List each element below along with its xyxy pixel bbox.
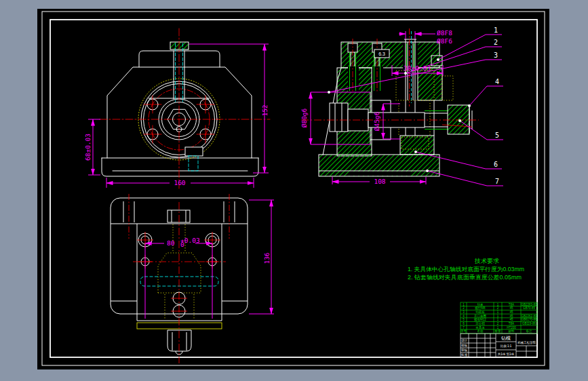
svg-text:GB70-85: GB70-85	[523, 306, 536, 310]
svg-text:GB2263-80: GB2263-80	[521, 303, 537, 306]
surface-finish-label: 6.3	[378, 52, 385, 56]
bom-row-5: 5螺母M12 145 GB6170-86	[463, 317, 537, 321]
dim-68: 68±0.03	[84, 134, 92, 161]
tech-requirements: 技术要求 1. 夹具体中心孔轴线对底面平行度为0.03mm 2. 钻套轴线对夹具…	[408, 258, 524, 281]
cad-screenshot: 152 68±0.03 160	[0, 0, 588, 381]
svg-text:GB6170-86: GB6170-86	[521, 318, 537, 321]
svg-text:45: 45	[509, 310, 513, 314]
dim-height-152: 152	[261, 104, 269, 116]
dim-boss-dia: Ø80g6	[300, 108, 308, 127]
svg-text:5: 5	[463, 318, 465, 321]
svg-text:1: 1	[463, 303, 465, 306]
tb-drawing-title: 钻模	[501, 336, 511, 341]
dim-hole-spacing-80: 80	[167, 239, 175, 247]
balloon-4: 4	[495, 78, 499, 85]
dim-height-136: 136	[263, 252, 271, 264]
svg-text:45: 45	[509, 315, 513, 318]
bom-row-1: 1钻套 1T8A GB2263-80	[463, 302, 537, 306]
svg-text:7: 7	[463, 326, 465, 329]
svg-text:名称: 名称	[477, 329, 484, 333]
svg-text:数量: 数量	[495, 329, 502, 333]
svg-text:4: 4	[463, 315, 465, 318]
bottom-view-dims	[145, 200, 274, 319]
balloon-7: 7	[495, 178, 499, 185]
svg-text:T8A: T8A	[509, 322, 514, 325]
front-view-dims	[88, 44, 269, 188]
svg-text:45: 45	[509, 306, 513, 310]
dim-bore-dia: Ø45g6	[373, 111, 380, 131]
svg-text:1: 1	[497, 318, 499, 321]
dim-plate-offset: 38±0.03	[404, 64, 431, 72]
bom-row-3: 3钻模板 145	[463, 310, 513, 314]
dim-bushing-fit-top: Ø8F8	[437, 29, 452, 37]
bom-row-2: 2螺钉M8 245 GB70-85	[463, 306, 535, 310]
balloon-5: 5	[495, 132, 499, 139]
balloon-1: 1	[494, 26, 498, 34]
svg-text:材料: 材料	[508, 329, 515, 334]
svg-text:开口垫圈: 开口垫圈	[474, 314, 486, 318]
svg-text:1: 1	[497, 326, 499, 329]
front-view	[100, 28, 270, 188]
svg-text:GB2262-80: GB2262-80	[521, 315, 537, 318]
bom-row-7: 7夹具体 1HT200	[463, 326, 516, 329]
svg-text:2: 2	[463, 306, 465, 310]
svg-text:1: 1	[497, 303, 499, 306]
tech-req-title: 技术要求	[474, 258, 499, 264]
svg-text:钻模板: 钻模板	[475, 310, 485, 314]
svg-text:GB119-86: GB119-86	[522, 322, 536, 325]
tb-designer-label: 设计	[461, 338, 468, 342]
svg-text:2: 2	[497, 322, 499, 325]
parts-list: 1钻套 1T8A GB2263-80 2螺钉M8 245 GB70-85 3钻模…	[460, 302, 537, 334]
svg-text:备注: 备注	[526, 329, 533, 333]
bom-header: 序号名称 数量材料 备注	[460, 329, 532, 334]
svg-text:3: 3	[463, 310, 465, 314]
svg-text:定位销: 定位销	[475, 321, 485, 325]
tech-req-line1: 1. 夹具体中心孔轴线对底面平行度为0.03mm	[408, 266, 524, 273]
svg-text:T8A: T8A	[509, 303, 514, 306]
svg-text:螺钉M8: 螺钉M8	[475, 306, 486, 310]
dim-80-tol-lower: 0	[180, 241, 184, 248]
svg-text:HT200: HT200	[507, 326, 516, 329]
svg-text:螺母M12: 螺母M12	[474, 317, 486, 321]
section-view: 6.3	[301, 28, 479, 176]
svg-text:2: 2	[497, 306, 499, 310]
bom-row-4: 4开口垫圈 145 GB2262-80	[463, 314, 537, 318]
svg-text:序号: 序号	[460, 329, 467, 333]
svg-text:1: 1	[497, 310, 499, 314]
tb-organization: 机械工程学院	[517, 340, 536, 344]
tb-approver-label: 批准	[460, 353, 468, 357]
svg-text:45: 45	[509, 318, 513, 321]
bottom-view	[111, 194, 248, 363]
balloon-2: 2	[494, 39, 498, 46]
dim-base-width: 108	[374, 178, 385, 185]
sheet-frame	[42, 12, 545, 365]
svg-text:夹具体: 夹具体	[475, 326, 485, 329]
balloon-6: 6	[494, 161, 498, 168]
dim-bushing-fit-bottom: Ø8F6	[437, 37, 452, 45]
bom-row-6: 6定位销 2T8A GB119-86	[463, 321, 536, 325]
svg-text:钻套: 钻套	[477, 302, 484, 306]
balloon-3: 3	[494, 52, 498, 59]
plug-hatched	[170, 42, 189, 49]
svg-text:6: 6	[463, 322, 465, 325]
title-block: 设计 校核 审核 批准 钻模 比例 1:1 共1张 第1张 机械工程学院	[460, 334, 537, 357]
tb-checker-label: 校核	[461, 344, 468, 347]
dim-width-160: 160	[174, 179, 185, 186]
svg-text:1: 1	[497, 315, 499, 318]
tb-scale: 比例 1:1	[501, 344, 512, 348]
tb-sheet: 共1张 第1张	[498, 353, 515, 356]
tech-req-line2: 2. 钻套轴线对夹具底面垂直度公差0.05mm	[408, 274, 522, 281]
tb-auditor-label: 审核	[461, 348, 468, 352]
drawing-svg: 152 68±0.03 160	[0, 0, 588, 381]
